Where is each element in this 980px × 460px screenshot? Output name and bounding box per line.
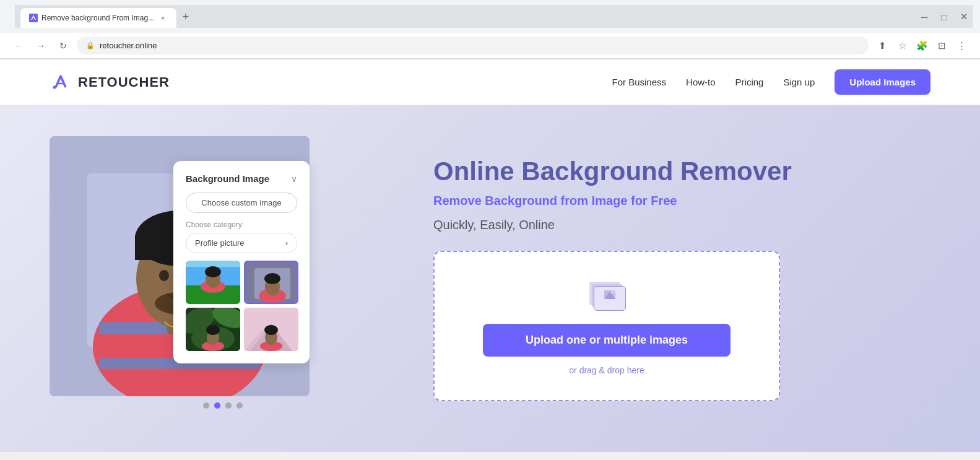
- panel-header: Background Image ∨: [186, 173, 297, 184]
- svg-rect-0: [29, 14, 38, 22]
- hero-right: Online Background Remover Remove Backgro…: [396, 156, 930, 401]
- svg-point-34: [206, 325, 220, 335]
- hero-title: Online Background Remover: [433, 156, 930, 187]
- toolbar-actions: ⬆ ☆ 🧩 ⊡ ⋮: [874, 37, 970, 54]
- chevron-down-icon: ∨: [291, 174, 297, 184]
- svg-rect-1: [50, 71, 72, 93]
- upload-area[interactable]: Upload one or multiple images or drag & …: [433, 251, 780, 401]
- drag-drop-text: or drag & drop here: [453, 365, 760, 375]
- tab-favicon-icon: [29, 14, 38, 22]
- nav-how-to[interactable]: How-to: [686, 77, 716, 87]
- active-tab[interactable]: Remove background From Imag... ×: [20, 7, 177, 28]
- thumbnail-3[interactable]: [186, 308, 240, 351]
- security-lock-icon: 🔒: [86, 41, 95, 50]
- page-content: RETOUCHER For Business How-to Pricing Si…: [0, 59, 980, 452]
- window-maximize-button[interactable]: □: [935, 8, 953, 25]
- category-select[interactable]: Profile picture ›: [186, 233, 297, 253]
- svg-point-2: [53, 85, 56, 89]
- carousel-dot-3[interactable]: [225, 402, 232, 409]
- share-icon[interactable]: ⬆: [874, 37, 891, 54]
- carousel-dot-4[interactable]: [236, 402, 243, 409]
- category-value: Profile picture: [195, 238, 244, 248]
- thumbnail-1[interactable]: [186, 261, 240, 304]
- svg-point-47: [611, 290, 615, 294]
- carousel-dot-1[interactable]: [203, 402, 209, 409]
- svg-point-40: [264, 325, 278, 335]
- thumbnail-2[interactable]: [244, 261, 298, 304]
- upload-images-button[interactable]: Upload one or multiple images: [483, 324, 731, 357]
- svg-point-22: [205, 266, 221, 277]
- choose-custom-image-button[interactable]: Choose custom image: [186, 193, 297, 213]
- svg-point-13: [159, 270, 169, 281]
- panel-title: Background Image: [186, 173, 269, 184]
- tab-title: Remove background From Imag...: [41, 14, 154, 22]
- navbar: RETOUCHER For Business How-to Pricing Si…: [0, 59, 980, 105]
- carousel-dots: [203, 402, 243, 409]
- images-stack-icon: [587, 277, 627, 311]
- logo[interactable]: RETOUCHER: [50, 71, 170, 93]
- nav-upload-button[interactable]: Upload Images: [835, 69, 930, 95]
- hero-description: Quickly, Easily, Online: [433, 218, 930, 232]
- category-arrow-icon: ›: [285, 238, 288, 248]
- reload-button[interactable]: ↻: [54, 37, 72, 54]
- address-bar: ← → ↻ 🔒 retoucher.online ⬆ ☆ 🧩 ⊡ ⋮: [0, 33, 980, 59]
- carousel-dot-2[interactable]: [214, 402, 220, 409]
- extensions-icon[interactable]: 🧩: [913, 37, 930, 54]
- logo-icon: [50, 71, 72, 93]
- logo-text: RETOUCHER: [78, 74, 170, 90]
- hero-section: Background Image ∨ Choose custom image C…: [0, 105, 980, 452]
- tab-close-button[interactable]: ×: [158, 13, 168, 23]
- url-text: retoucher.online: [100, 41, 157, 50]
- back-button[interactable]: ←: [10, 37, 27, 54]
- category-label: Choose category:: [186, 220, 297, 229]
- nav-links: For Business How-to Pricing Sign up Uplo…: [612, 69, 931, 95]
- window-close-button[interactable]: ✕: [955, 8, 973, 25]
- sidebar-icon[interactable]: ⊡: [933, 37, 950, 54]
- background-image-panel: Background Image ∨ Choose custom image C…: [173, 161, 310, 363]
- nav-sign-up[interactable]: Sign up: [783, 77, 815, 87]
- thumbnail-4[interactable]: [244, 308, 298, 351]
- nav-for-business[interactable]: For Business: [612, 77, 667, 87]
- hero-subtitle: Remove Background from Image for Free: [433, 194, 930, 208]
- window-minimize-button[interactable]: ─: [916, 8, 933, 25]
- upload-icon: [453, 277, 760, 314]
- new-tab-button[interactable]: +: [177, 8, 194, 25]
- bookmark-icon[interactable]: ☆: [893, 37, 911, 54]
- thumbnail-grid: [186, 261, 297, 351]
- svg-point-27: [264, 273, 280, 284]
- url-input[interactable]: 🔒 retoucher.online: [77, 37, 869, 54]
- hero-left: Background Image ∨ Choose custom image C…: [50, 136, 396, 421]
- menu-icon[interactable]: ⋮: [953, 37, 970, 54]
- nav-pricing[interactable]: Pricing: [735, 77, 764, 87]
- forward-button[interactable]: →: [32, 37, 50, 54]
